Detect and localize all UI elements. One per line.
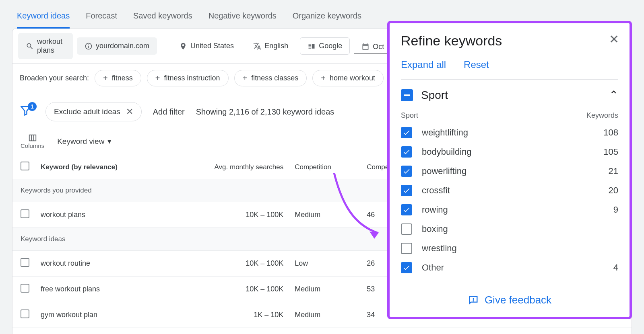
filter-badge: 1 [28,102,37,111]
group-header[interactable]: Sport ⌃ [401,79,618,107]
row-checkbox[interactable] [21,284,29,293]
cell-bid: $1.0 [507,328,632,334]
add-filter-button[interactable]: Add filter [153,107,185,117]
network-icon [308,42,316,50]
table-row[interactable]: beginner workout plan 10K – 100K Low 33 … [12,328,632,334]
cell-keyword: workout plans [35,202,168,228]
partial-checkbox[interactable] [401,89,413,101]
expand-all-button[interactable]: Expand all [401,59,446,70]
sub-head-right: Keywords [586,111,618,120]
refine-item[interactable]: powerlifting 21 [401,162,618,181]
refine-item[interactable]: bodybuilding 105 [401,142,618,162]
refine-item[interactable]: boxing [401,219,618,239]
caret-down-icon: ▾ [107,137,111,146]
plus-icon: + [103,74,108,83]
cell-competition: Medium [289,202,361,228]
chip-fitness-instruction[interactable]: +fitness instruction [147,70,229,86]
cell-avg: 1K – 10K [168,302,289,328]
chip-fitness-classes[interactable]: +fitness classes [234,70,307,86]
item-count: 21 [609,166,618,176]
translate-icon [253,42,261,50]
item-label: Other [422,262,604,273]
plus-icon: + [243,74,248,83]
location-pill[interactable]: United States [171,37,242,55]
search-term-text: workout plans [37,37,65,55]
close-button[interactable]: ✕ [609,32,619,46]
refine-item[interactable]: weightlifting 108 [401,123,618,142]
network-pill[interactable]: Google [300,37,350,55]
cell-keyword: free workout plans [35,277,168,302]
language-pill[interactable]: English [246,37,296,55]
item-label: crossfit [422,185,599,196]
broaden-label: Broaden your search: [20,74,89,82]
tab-keyword-ideas[interactable]: Keyword ideas [17,11,70,29]
cell-comp-index: 33 [361,328,506,334]
refine-title: Refine keywords [401,33,618,49]
tab-negative-keywords[interactable]: Negative keywords [208,11,277,29]
cell-avg: 10K – 100K [168,202,289,228]
tab-saved-keywords[interactable]: Saved keywords [133,11,192,29]
chip-home-workout[interactable]: +home workout [312,70,384,86]
group-title: Sport [421,89,601,102]
item-checkbox[interactable] [401,146,412,158]
cell-competition: Low [289,328,361,334]
info-icon [85,42,93,50]
search-term-pill[interactable]: workout plans [18,33,73,59]
item-label: powerlifting [422,166,599,176]
network-text: Google [319,42,342,50]
svg-rect-0 [29,135,36,141]
item-label: weightlifting [422,127,594,138]
item-checkbox[interactable] [401,243,412,254]
col-avg[interactable]: Avg. monthly searches [168,155,289,179]
row-checkbox[interactable] [21,309,29,318]
reset-button[interactable]: Reset [464,59,489,70]
item-checkbox[interactable] [401,127,412,138]
columns-button[interactable]: Columns [21,133,44,149]
filter-button[interactable]: 1 [20,105,34,119]
tab-organize-keywords[interactable]: Organize keywords [293,11,361,29]
item-label: wrestling [422,243,609,254]
refine-item[interactable]: rowing 9 [401,200,618,219]
language-text: English [264,42,288,50]
item-count: 108 [603,127,618,138]
item-checkbox[interactable] [401,166,412,177]
row-checkbox[interactable] [21,209,29,218]
item-checkbox[interactable] [401,204,412,215]
item-label: rowing [422,205,604,215]
refine-item[interactable]: crossfit 20 [401,181,618,200]
item-count: 4 [613,262,618,273]
cell-competition: Medium [289,277,361,302]
date-pill[interactable]: Oct [354,38,392,54]
svg-point-4 [473,301,473,301]
keyword-view-dropdown[interactable]: Keyword view ▾ [57,137,111,146]
close-icon[interactable]: ✕ [126,107,133,117]
col-competition[interactable]: Competition [289,155,361,179]
item-checkbox[interactable] [401,223,412,235]
columns-icon [27,133,38,142]
row-checkbox[interactable] [21,258,29,267]
item-count: 20 [609,185,618,196]
select-all-checkbox[interactable] [21,162,29,170]
col-keyword[interactable]: Keyword (by relevance) [35,155,168,179]
give-feedback-button[interactable]: Give feedback [401,284,618,306]
pin-icon [179,42,187,50]
cell-avg: 10K – 100K [168,328,289,334]
domain-pill[interactable]: yourdomain.com [77,37,157,55]
plus-icon: + [155,74,160,83]
item-count: 9 [613,205,618,215]
exclude-adult-chip[interactable]: Exclude adult ideas ✕ [45,102,142,121]
cell-keyword: beginner workout plan [35,328,168,334]
date-text: Oct [373,43,384,51]
tab-forecast[interactable]: Forecast [86,11,117,29]
item-checkbox[interactable] [401,185,412,196]
item-label: boxing [422,224,609,234]
refine-item[interactable]: Other 4 [401,258,618,277]
item-label: bodybuilding [422,147,594,157]
calendar-icon [361,43,369,51]
refine-item[interactable]: wrestling [401,239,618,258]
cell-avg: 10K – 100K [168,251,289,277]
cell-keyword: gym workout plan [35,302,168,328]
plus-icon: + [321,74,326,83]
item-checkbox[interactable] [401,262,412,273]
chip-fitness[interactable]: +fitness [95,70,141,86]
